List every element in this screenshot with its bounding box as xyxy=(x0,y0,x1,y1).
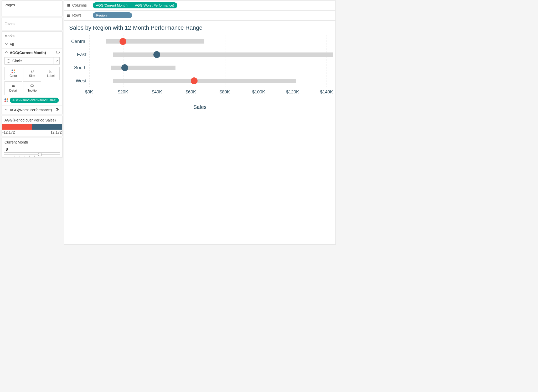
row-label: West xyxy=(76,78,89,84)
columns-pill-1[interactable]: AGG(Worst Performance) xyxy=(131,2,177,8)
color-shelf-pill[interactable]: AGG(Period over Period Sales) xyxy=(10,98,59,103)
marks-tooltip-label: Tooltip xyxy=(28,89,37,92)
svg-rect-17 xyxy=(67,16,70,17)
svg-point-1 xyxy=(32,70,34,72)
chevron-down-icon[interactable] xyxy=(54,57,59,64)
row-label: Central xyxy=(71,39,89,44)
chart-plot[interactable]: $0K$20K$40K$60K$80K$100K$120K$140KCentra… xyxy=(89,35,327,95)
label-icon: T xyxy=(49,70,53,73)
param-slider[interactable] xyxy=(2,154,62,157)
x-axis-title: Sales xyxy=(68,104,332,110)
marks-color-cell[interactable]: Color xyxy=(4,67,22,80)
marks-detail-cell[interactable]: Detail xyxy=(4,81,22,95)
size-icon xyxy=(30,70,34,73)
x-tick: $140K xyxy=(320,89,333,95)
tooltip-icon xyxy=(30,84,34,88)
marks-tooltip-cell[interactable]: Tooltip xyxy=(23,81,41,95)
pages-header: Pages xyxy=(2,1,62,9)
x-tick: $0K xyxy=(85,89,93,95)
svg-text:T: T xyxy=(50,70,51,72)
svg-rect-10 xyxy=(57,109,59,110)
legend-gradient xyxy=(2,124,62,130)
color-icon xyxy=(12,70,15,73)
x-tick: $80K xyxy=(220,89,230,95)
x-tick: $60K xyxy=(186,89,196,95)
current-dot[interactable] xyxy=(191,77,198,84)
gridline xyxy=(327,35,327,87)
chart-row: East xyxy=(89,48,327,61)
parameter-panel: Current Month xyxy=(2,138,63,158)
svg-rect-13 xyxy=(68,4,69,7)
marks-worst-perf-row[interactable]: AGG(Worst Performance) xyxy=(2,105,62,114)
svg-rect-7 xyxy=(12,85,14,86)
marks-section1-label: AGG(Current Month) xyxy=(10,51,46,55)
chevron-down-icon xyxy=(4,108,8,112)
marks-size-cell[interactable]: Size xyxy=(23,67,41,80)
marks-all-label: All xyxy=(10,42,14,46)
chart-row: South xyxy=(89,61,327,74)
gantt-icon xyxy=(56,108,60,112)
svg-rect-12 xyxy=(67,4,68,7)
legend-max: 12,172 xyxy=(50,130,62,134)
viz-panel: Sales by Region with 12-Month Performanc… xyxy=(64,20,336,245)
rows-shelf[interactable]: Rows Region xyxy=(64,10,336,20)
svg-rect-11 xyxy=(56,110,58,111)
marks-size-label: Size xyxy=(29,74,35,78)
legend-title: AGG(Period over Period Sales) xyxy=(2,116,62,123)
mark-type-value: Circle xyxy=(12,59,22,63)
svg-rect-15 xyxy=(67,14,70,15)
pages-panel[interactable]: Pages xyxy=(2,1,63,16)
marks-all-row[interactable]: All xyxy=(2,40,62,48)
row-label: East xyxy=(77,52,89,57)
marks-panel: Marks All AGG(Current Month) Circle xyxy=(2,31,63,114)
color-legend[interactable]: AGG(Period over Period Sales) -12,172 12… xyxy=(2,116,63,136)
chevron-down-icon xyxy=(4,42,8,46)
range-bar[interactable] xyxy=(113,79,296,83)
detail-icon xyxy=(12,84,15,88)
x-tick: $120K xyxy=(286,89,299,95)
mark-type-select[interactable]: Circle xyxy=(4,57,60,65)
range-bar[interactable] xyxy=(111,66,175,70)
x-tick: $20K xyxy=(118,89,128,95)
svg-rect-8 xyxy=(31,84,34,86)
empty-cell xyxy=(42,81,60,95)
x-tick: $40K xyxy=(152,89,162,95)
circle-icon xyxy=(56,51,60,55)
param-input[interactable] xyxy=(4,146,60,153)
rows-pill-0[interactable]: Region xyxy=(93,12,132,18)
marks-current-month-row[interactable]: AGG(Current Month) xyxy=(2,48,62,57)
color-icon xyxy=(4,98,8,102)
columns-icon xyxy=(66,3,70,7)
marks-detail-label: Detail xyxy=(9,89,17,92)
chevron-up-icon xyxy=(4,50,8,55)
svg-rect-14 xyxy=(69,4,70,7)
row-label: South xyxy=(74,65,89,71)
current-dot[interactable] xyxy=(153,51,160,58)
columns-shelf[interactable]: Columns AGG(Current Month) AGG(Worst Per… xyxy=(64,1,336,10)
current-dot[interactable] xyxy=(120,38,126,45)
svg-point-6 xyxy=(14,86,15,87)
param-title: Current Month xyxy=(2,138,62,145)
marks-header: Marks xyxy=(2,32,62,40)
svg-rect-9 xyxy=(56,108,58,109)
viz-title: Sales by Region with 12-Month Performanc… xyxy=(69,24,332,31)
circle-icon xyxy=(7,59,10,63)
marks-color-label: Color xyxy=(9,74,17,78)
filters-header: Filters xyxy=(2,20,62,28)
marks-label-cell[interactable]: T Label xyxy=(42,67,60,80)
svg-point-4 xyxy=(12,86,13,87)
range-bar[interactable] xyxy=(113,52,333,57)
current-dot[interactable] xyxy=(121,64,128,71)
legend-min: -12,172 xyxy=(2,130,15,134)
rows-label: Rows xyxy=(72,13,81,17)
filters-panel[interactable]: Filters xyxy=(2,18,63,30)
marks-label-label: Label xyxy=(47,74,55,78)
rows-icon xyxy=(66,13,70,17)
columns-pill-0[interactable]: AGG(Current Month) xyxy=(93,2,131,8)
x-tick: $100K xyxy=(252,89,265,95)
svg-rect-16 xyxy=(67,15,70,16)
marks-section2-label: AGG(Worst Performance) xyxy=(10,108,52,112)
chart-row: West xyxy=(89,74,327,87)
chart-row: Central xyxy=(89,35,327,48)
columns-label: Columns xyxy=(72,3,87,7)
